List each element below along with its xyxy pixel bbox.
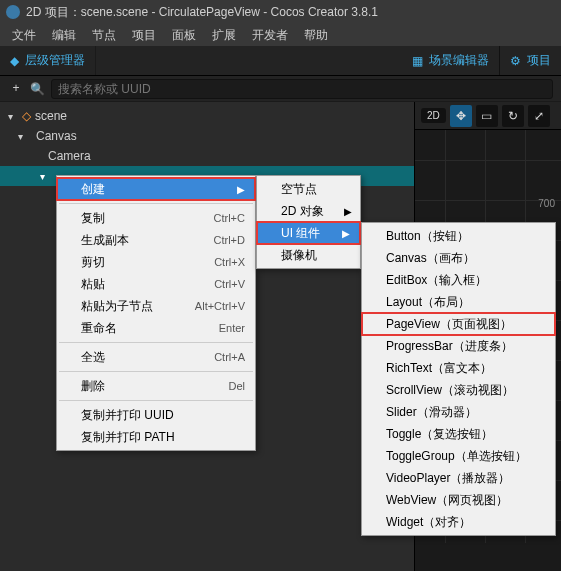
app-icon [6,5,20,19]
hierarchy-label: 层级管理器 [25,52,85,69]
tree-node-camera[interactable]: Camera [0,146,414,166]
ctx-item-copy-print-uuid[interactable]: 复制并打印 UUID [57,404,255,426]
ctx-item-paste[interactable]: 粘贴 Ctrl+V [57,273,255,295]
ctx-item-ui-component-option[interactable]: Button（按钮） [362,225,555,247]
ctx-item-ui-component-option[interactable]: WebView（网页视图） [362,489,555,511]
project-label: 项目 [527,52,551,69]
ctx-label: 复制 [81,210,105,227]
add-node-button[interactable]: + [8,81,24,97]
tab-project[interactable]: ⚙ 项目 [499,46,561,75]
ctx-label: VideoPlayer（播放器） [386,470,511,487]
ctx-item-ui-component-option[interactable]: ScrollView（滚动视图） [362,379,555,401]
caret-icon[interactable]: ▾ [18,131,28,142]
ctx-item-camera[interactable]: 摄像机 [257,244,360,266]
ctx-item-copy[interactable]: 复制 Ctrl+C [57,207,255,229]
tree-label: scene [35,109,67,123]
ctx-item-ui-component-option[interactable]: VideoPlayer（播放器） [362,467,555,489]
menu-node[interactable]: 节点 [84,25,124,46]
ctx-item-select-all[interactable]: 全选 Ctrl+A [57,346,255,368]
ctx-label: Toggle（复选按钮） [386,426,493,443]
context-menu-main: 创建 ▶ 复制 Ctrl+C 生成副本 Ctrl+D 剪切 Ctrl+X 粘贴 … [56,175,256,451]
ctx-label: 摄像机 [281,247,317,264]
ctx-item-generate-copy[interactable]: 生成副本 Ctrl+D [57,229,255,251]
ctx-item-ui-component-option[interactable]: RichText（富文本） [362,357,555,379]
ctx-label: 粘贴 [81,276,105,293]
tab-scene-editor[interactable]: ▦ 场景编辑器 [402,46,499,75]
ctx-label: 复制并打印 UUID [81,407,174,424]
tree-node-canvas[interactable]: ▾ Canvas [0,126,414,146]
ctx-item-cut[interactable]: 剪切 Ctrl+X [57,251,255,273]
ctx-label: WebView（网页视图） [386,492,508,509]
ctx-item-ui-component[interactable]: UI 组件 ▶ [257,222,360,244]
caret-icon[interactable]: ▾ [40,171,50,182]
tool-rotate-button[interactable]: ↻ [502,105,524,127]
menu-edit[interactable]: 编辑 [44,25,84,46]
ctx-item-ui-component-option[interactable]: Layout（布局） [362,291,555,313]
ctx-label: ToggleGroup（单选按钮） [386,448,527,465]
ctx-label: Layout（布局） [386,294,470,311]
menu-project[interactable]: 项目 [124,25,164,46]
ctx-item-delete[interactable]: 删除 Del [57,375,255,397]
ctx-item-paste-as-child[interactable]: 粘贴为子节点 Alt+Ctrl+V [57,295,255,317]
ctx-item-ui-component-option[interactable]: Canvas（画布） [362,247,555,269]
context-menu-create: 空节点 2D 对象 ▶ UI 组件 ▶ 摄像机 [256,175,361,269]
ctx-item-ui-component-option[interactable]: EditBox（输入框） [362,269,555,291]
ctx-label: ProgressBar（进度条） [386,338,513,355]
ctx-item-ui-component-option[interactable]: Slider（滑动器） [362,401,555,423]
ctx-shortcut: Ctrl+A [214,351,245,363]
ctx-label: 生成副本 [81,232,129,249]
mode-2d-button[interactable]: 2D [421,108,446,123]
tab-hierarchy[interactable]: ◆ 层级管理器 [0,46,96,75]
tree-node-scene[interactable]: ▾ ◇ scene [0,106,414,126]
panel-tab-bar: ◆ 层级管理器 ▦ 场景编辑器 ⚙ 项目 [0,46,561,76]
ctx-label: Canvas（画布） [386,250,475,267]
scene-icon: ◇ [22,109,31,123]
ctx-shortcut: Enter [219,322,245,334]
menu-file[interactable]: 文件 [4,25,44,46]
ctx-shortcut: Ctrl+X [214,256,245,268]
menubar: 文件 编辑 节点 项目 面板 扩展 开发者 帮助 [0,24,561,46]
ctx-item-ui-component-option[interactable]: Toggle（复选按钮） [362,423,555,445]
ctx-item-ui-component-option[interactable]: PageView（页面视图） [362,313,555,335]
scene-editor-icon: ▦ [412,54,423,68]
ctx-label: PageView（页面视图） [386,316,512,333]
ctx-label: 全选 [81,349,105,366]
ctx-item-ui-component-option[interactable]: ProgressBar（进度条） [362,335,555,357]
ctx-label: 重命名 [81,320,117,337]
menu-help[interactable]: 帮助 [296,25,336,46]
ctx-label: 删除 [81,378,105,395]
gear-icon: ⚙ [510,54,521,68]
menu-extension[interactable]: 扩展 [204,25,244,46]
ctx-item-empty-node[interactable]: 空节点 [257,178,360,200]
hierarchy-tree: ▾ ◇ scene ▾ Canvas Camera ▾ [0,102,414,186]
ruler-value: 700 [538,198,555,209]
menu-panel[interactable]: 面板 [164,25,204,46]
search-icon: 🔍 [30,82,45,96]
hierarchy-searchbar: + 🔍 [0,76,561,102]
ctx-shortcut: Ctrl+D [214,234,245,246]
ctx-shortcut: Del [228,380,245,392]
ctx-item-create[interactable]: 创建 ▶ [57,178,255,200]
separator [59,371,253,372]
menu-developer[interactable]: 开发者 [244,25,296,46]
separator [59,203,253,204]
ctx-item-rename[interactable]: 重命名 Enter [57,317,255,339]
ctx-label: UI 组件 [281,225,320,242]
submenu-arrow-icon: ▶ [344,206,352,217]
ctx-item-2d-object[interactable]: 2D 对象 ▶ [257,200,360,222]
search-input[interactable] [51,79,553,99]
tool-scale-button[interactable]: ⤢ [528,105,550,127]
tool-move-button[interactable]: ✥ [450,105,472,127]
submenu-arrow-icon: ▶ [237,184,245,195]
window-title: 2D 项目：scene.scene - CirculatePageView - … [26,4,378,21]
ctx-item-copy-print-path[interactable]: 复制并打印 PATH [57,426,255,448]
ctx-item-ui-component-option[interactable]: Widget（对齐） [362,511,555,533]
caret-icon[interactable]: ▾ [8,111,18,122]
tree-label: Canvas [36,129,77,143]
ctx-label: 2D 对象 [281,203,324,220]
ctx-item-ui-component-option[interactable]: ToggleGroup（单选按钮） [362,445,555,467]
tool-rect-button[interactable]: ▭ [476,105,498,127]
context-menu-ui-components: Button（按钮）Canvas（画布）EditBox（输入框）Layout（布… [361,222,556,536]
ctx-label: 剪切 [81,254,105,271]
ctx-shortcut: Alt+Ctrl+V [195,300,245,312]
